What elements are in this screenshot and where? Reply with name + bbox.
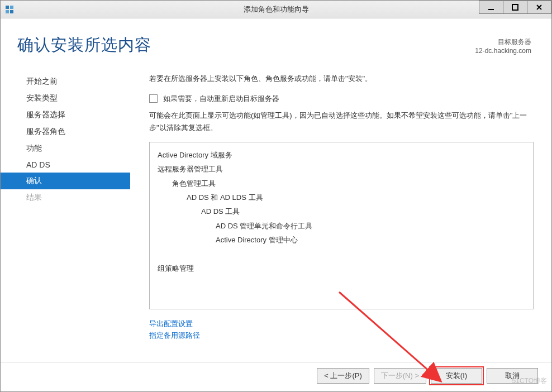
list-item: 组策略管理 <box>158 261 525 275</box>
previous-button[interactable]: < 上一步(P) <box>317 368 369 384</box>
list-item: AD DS 和 AD LDS 工具 <box>158 190 525 204</box>
sidebar-item-server-selection[interactable]: 服务器选择 <box>1 107 130 123</box>
svg-rect-4 <box>488 9 494 10</box>
list-item <box>158 247 525 261</box>
svg-rect-0 <box>6 6 9 9</box>
list-item: Active Directory 域服务 <box>158 148 525 162</box>
sidebar-item-results: 结果 <box>1 189 130 206</box>
close-button[interactable] <box>527 1 551 14</box>
auto-restart-label: 如果需要，自动重新启动目标服务器 <box>163 94 279 104</box>
sidebar-item-adds[interactable]: AD DS <box>1 157 130 173</box>
cancel-button[interactable]: 取消 <box>487 368 538 384</box>
window-title: 添加角色和功能向导 <box>1 4 551 15</box>
app-icon <box>5 5 14 14</box>
svg-rect-1 <box>10 6 13 9</box>
sidebar-item-confirmation[interactable]: 确认 <box>1 173 130 189</box>
next-button: 下一步(N) > <box>374 368 426 384</box>
target-server-block: 目标服务器 12-dc.hacking.com <box>475 34 531 55</box>
export-config-link[interactable]: 导出配置设置 <box>149 319 193 328</box>
list-item: 远程服务器管理工具 <box>158 162 525 176</box>
wizard-footer: < 上一步(P) 下一步(N) > 安装(I) 取消 <box>1 362 551 391</box>
page-title: 确认安装所选内容 <box>17 34 151 56</box>
svg-rect-3 <box>10 10 13 13</box>
svg-rect-5 <box>512 4 518 10</box>
note-text: 可能会在此页面上显示可选功能(如管理工具)，因为已自动选择这些功能。如果不希望安… <box>149 109 534 134</box>
sidebar-item-before-you-begin[interactable]: 开始之前 <box>1 73 130 90</box>
list-item: 角色管理工具 <box>158 176 525 190</box>
sidebar-item-server-roles[interactable]: 服务器角色 <box>1 123 130 140</box>
sidebar-item-features[interactable]: 功能 <box>1 140 130 157</box>
list-item: AD DS 管理单元和命令行工具 <box>158 219 525 233</box>
sidebar-item-installation-type[interactable]: 安装类型 <box>1 90 130 107</box>
list-item: AD DS 工具 <box>158 204 525 218</box>
auto-restart-checkbox[interactable] <box>149 94 158 103</box>
titlebar: 添加角色和功能向导 <box>1 1 551 18</box>
minimize-button[interactable] <box>479 1 503 14</box>
wizard-sidebar: 开始之前 安装类型 服务器选择 服务器角色 功能 AD DS 确认 结果 <box>1 73 130 362</box>
target-label: 目标服务器 <box>475 37 531 47</box>
maximize-button[interactable] <box>503 1 527 14</box>
install-button[interactable]: 安装(I) <box>431 368 482 384</box>
install-list: Active Directory 域服务 远程服务器管理工具 角色管理工具 AD… <box>149 142 534 309</box>
intro-text: 若要在所选服务器上安装以下角色、角色服务或功能，请单击"安装"。 <box>149 73 534 85</box>
svg-rect-2 <box>6 10 9 13</box>
alt-source-link[interactable]: 指定备用源路径 <box>149 331 200 340</box>
list-item: Active Directory 管理中心 <box>158 233 525 247</box>
target-value: 12-dc.hacking.com <box>475 47 531 55</box>
